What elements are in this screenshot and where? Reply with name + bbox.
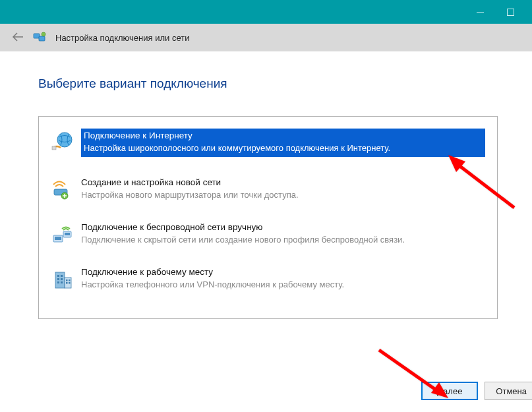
svg-rect-16 [61,275,63,277]
option-workplace[interactable]: Подключение к рабочему месту Настройка т… [48,264,488,297]
svg-rect-7 [52,146,56,150]
option-title: Подключение к Интернету [84,130,480,142]
svg-rect-19 [57,281,59,283]
content-area: Выберите вариант подключения Подключение… [0,51,532,319]
option-internet-connection[interactable]: Подключение к Интернету Настройка широко… [48,126,488,162]
maximize-button[interactable] [495,2,525,22]
svg-rect-14 [55,272,65,288]
option-desc: Настройка широкополосного или коммутируе… [84,142,480,154]
svg-rect-15 [57,275,59,277]
option-title: Создание и настройка новой сети [81,177,485,189]
svg-rect-18 [61,278,63,280]
globe-icon [51,130,74,154]
svg-rect-3 [39,36,45,41]
option-desc: Настройка телефонного или VPN-подключени… [81,279,485,291]
option-wireless-manual[interactable]: Подключение к беспроводной сети вручную … [48,219,488,252]
svg-rect-23 [69,280,71,281]
option-title: Подключение к беспроводной сети вручную [81,221,485,234]
svg-rect-11 [55,237,61,240]
header-title: Настройка подключения или сети [55,33,189,43]
svg-rect-1 [507,9,514,15]
titlebar [0,0,532,24]
router-icon [51,178,74,202]
header-bar: Настройка подключения или сети [0,24,532,51]
svg-rect-24 [66,282,68,284]
options-list: Подключение к Интернету Настройка широко… [38,116,498,319]
network-wizard-icon [33,31,46,44]
back-arrow-icon[interactable] [12,31,24,45]
building-icon [51,268,74,291]
svg-point-4 [42,32,45,36]
option-new-network[interactable]: Создание и настройка новой сети Настройк… [48,174,488,207]
footer-buttons: Далее Отмена [421,382,532,400]
option-title: Подключение к рабочему месту [81,266,485,279]
cancel-button[interactable]: Отмена [485,382,532,400]
svg-rect-13 [65,233,70,235]
wireless-icon [51,223,74,247]
next-button[interactable]: Далее [421,382,478,400]
minimize-button[interactable] [465,2,495,22]
svg-rect-22 [66,280,68,281]
page-heading: Выберите вариант подключения [38,76,499,91]
svg-rect-17 [57,278,59,280]
option-desc: Подключение к скрытой сети или создание … [81,234,485,246]
option-desc: Настройка нового маршрутизатора или точк… [81,189,485,201]
svg-rect-25 [69,282,71,284]
svg-rect-0 [477,12,484,13]
svg-rect-20 [61,281,63,283]
